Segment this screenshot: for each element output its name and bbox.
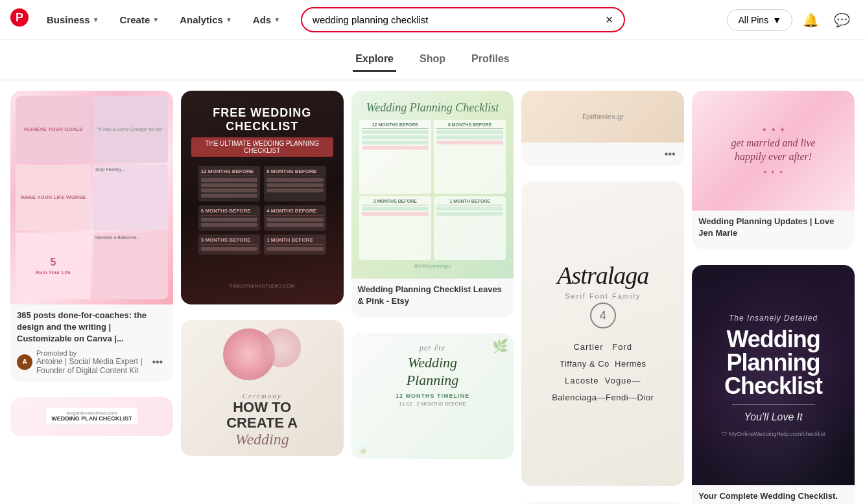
grid-col-5: ✦ ✦ ✦ get married and livehappily ever a… [692,91,855,504]
promoted-label: Promoted by [36,349,145,357]
list-item[interactable]: meganbreukelman.com WEDDING PLAN CHECKLI… [10,397,173,436]
pin-title: 365 posts done-for-coaches: the design a… [17,310,167,345]
navbar: P Business ▼ Create ▼ Analytics ▼ Ads ▼ … [0,0,865,40]
grid-col-2: FREE WEDDING CHECKLIST THE ULTIMATE WEDD… [181,91,344,464]
nav-right: All Pins ▼ 🔔 💬 [727,7,855,33]
list-item[interactable]: Astralaga Serif Font Family 4 Cartier Fo… [521,181,684,486]
list-item[interactable]: Epithimies.gr ••• [521,91,684,166]
tab-profiles[interactable]: Profiles [469,48,512,72]
ads-chevron-icon: ▼ [274,16,280,23]
pin-meta: A Promoted by Antoine | Social Media Exp… [17,349,167,375]
pinterest-logo[interactable]: P [10,8,29,31]
tab-shop[interactable]: Shop [417,48,448,72]
search-input[interactable] [313,14,600,25]
svg-text:P: P [16,11,23,24]
bell-icon: 🔔 [803,12,819,28]
grid-col-3: Wedding Planning Checklist 12 MONTHS BEF… [351,91,514,467]
filter-chevron-icon: ▼ [772,15,781,25]
business-chevron-icon: ▼ [93,16,99,23]
list-item[interactable]: Wedding Planning Checklist 12 MONTHS BEF… [351,91,514,317]
list-item[interactable]: per ête WeddingPlanning 12 MONTHS TIMELI… [351,333,514,459]
search-bar: ✕ [301,7,625,32]
speech-bubble-icon: 💬 [834,12,850,28]
notifications-button[interactable]: 🔔 [798,7,824,33]
list-item[interactable]: FREE WEDDING CHECKLIST THE ULTIMATE WEDD… [181,91,344,304]
ads-menu[interactable]: Ads ▼ [245,9,288,30]
pin-source: Antoine | Social Media Expert | Founder … [36,357,145,375]
list-item[interactable]: ACHIEVE YOUR GOALS "It Was a Game Change… [10,91,173,382]
grid-col-1: ACHIEVE YOUR GOALS "It Was a Game Change… [10,91,173,444]
grid-col-4: Epithimies.gr ••• Astralaga Serif Font F… [521,91,684,504]
analytics-menu[interactable]: Analytics ▼ [172,9,240,30]
tab-explore[interactable]: Explore [353,48,396,72]
pin-more-button[interactable]: ••• [148,353,167,371]
search-tabs: Explore Shop Profiles [0,40,865,80]
create-chevron-icon: ▼ [152,16,159,23]
list-item[interactable]: Ceremony HOW TOCREATE A Wedding [181,320,344,456]
filter-button[interactable]: All Pins ▼ [727,9,792,31]
analytics-chevron-icon: ▼ [226,16,232,23]
pin-grid: ACHIEVE YOUR GOALS "It Was a Game Change… [0,80,865,504]
pin-info: 365 posts done-for-coaches: the design a… [10,304,173,382]
list-item[interactable]: ✦ ✦ ✦ get married and livehappily ever a… [692,91,855,249]
avatar: A [17,354,32,370]
list-item[interactable]: SALE 65% OFF 🤩 Astralaga Font Family SG … [521,501,684,504]
business-menu[interactable]: Business ▼ [39,9,107,30]
search-clear-icon[interactable]: ✕ [605,14,613,26]
messages-button[interactable]: 💬 [829,7,855,33]
create-menu[interactable]: Create ▼ [112,9,167,30]
list-item[interactable]: The Insanely Detailed Wedding Planning C… [692,265,855,504]
